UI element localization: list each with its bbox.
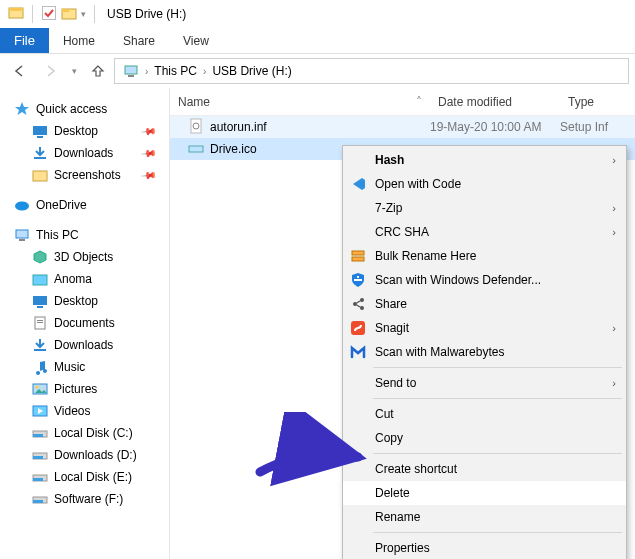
- tree-downloads[interactable]: Downloads 📌: [14, 142, 165, 164]
- tree-quick-access[interactable]: Quick access: [14, 98, 165, 120]
- window-title: USB Drive (H:): [107, 7, 186, 21]
- nav-recent-dropdown[interactable]: ▾: [66, 58, 82, 84]
- ctx-hash[interactable]: Hash›: [343, 148, 626, 172]
- tree-label: Pictures: [54, 382, 97, 396]
- vscode-icon: [349, 175, 367, 193]
- breadcrumb-chevron-icon[interactable]: ›: [201, 66, 208, 77]
- breadcrumb-usb-drive[interactable]: USB Drive (H:): [208, 64, 295, 78]
- qat-folder-icon[interactable]: [61, 5, 77, 24]
- tree-label: Downloads: [54, 146, 113, 160]
- svg-point-40: [360, 298, 364, 302]
- svg-rect-37: [357, 276, 359, 278]
- ribbon-share-tab[interactable]: Share: [109, 28, 169, 53]
- tree-desktop-2[interactable]: Desktop: [14, 290, 165, 312]
- context-menu: Hash› Open with Code 7-Zip› CRC SHA› Bul…: [342, 145, 627, 559]
- ico-file-icon: [188, 140, 204, 159]
- tree-documents[interactable]: Documents: [14, 312, 165, 334]
- ctx-create-shortcut[interactable]: Create shortcut: [343, 457, 626, 481]
- tree-label: Local Disk (C:): [54, 426, 133, 440]
- column-name[interactable]: Name˄: [170, 95, 430, 109]
- tree-onedrive[interactable]: OneDrive: [14, 194, 165, 216]
- tree-disk-e[interactable]: Local Disk (E:): [14, 466, 165, 488]
- ctx-malwarebytes[interactable]: Scan with Malwarebytes: [343, 340, 626, 364]
- music-icon: [32, 359, 48, 375]
- ctx-rename[interactable]: Rename: [343, 505, 626, 529]
- ctx-snagit[interactable]: Snagit›: [343, 316, 626, 340]
- ctx-properties[interactable]: Properties: [343, 536, 626, 559]
- navbar: ▾ › This PC › USB Drive (H:): [0, 54, 635, 88]
- file-date: 19-May-20 10:00 AM: [430, 120, 560, 134]
- column-type[interactable]: Type: [560, 95, 602, 109]
- svg-rect-38: [354, 279, 362, 281]
- column-date[interactable]: Date modified: [430, 95, 560, 109]
- svg-rect-20: [34, 349, 46, 351]
- ctx-cut[interactable]: Cut: [343, 402, 626, 426]
- nav-forward-button[interactable]: [36, 58, 64, 84]
- 3d-icon: [32, 249, 48, 265]
- svg-rect-35: [352, 251, 364, 255]
- svg-rect-18: [37, 320, 43, 321]
- ribbon-file-tab[interactable]: File: [0, 28, 49, 53]
- tree-pictures[interactable]: Pictures: [14, 378, 165, 400]
- svg-rect-9: [34, 157, 46, 159]
- pin-icon: 📌: [141, 123, 157, 139]
- tree-label: Desktop: [54, 124, 98, 138]
- svg-rect-36: [352, 257, 364, 261]
- ctx-crc-sha[interactable]: CRC SHA›: [343, 220, 626, 244]
- ctx-send-to[interactable]: Send to›: [343, 371, 626, 395]
- ctx-delete[interactable]: Delete: [343, 481, 626, 505]
- tree-desktop[interactable]: Desktop 📌: [14, 120, 165, 142]
- breadcrumb-pc-icon[interactable]: [119, 63, 143, 79]
- svg-rect-29: [33, 478, 43, 481]
- ribbon-home-tab[interactable]: Home: [49, 28, 109, 53]
- onedrive-icon: [14, 197, 30, 213]
- breadcrumb-chevron-icon[interactable]: ›: [143, 66, 150, 77]
- nav-up-button[interactable]: [84, 58, 112, 84]
- ctx-share[interactable]: Share: [343, 292, 626, 316]
- pc-icon: [14, 227, 30, 243]
- bulk-rename-icon: [349, 247, 367, 265]
- tree-disk-c[interactable]: Local Disk (C:): [14, 422, 165, 444]
- qat-checkbox-icon[interactable]: [41, 5, 57, 24]
- breadcrumb-this-pc[interactable]: This PC: [150, 64, 201, 78]
- svg-rect-2: [43, 6, 56, 19]
- tree-videos[interactable]: Videos: [14, 400, 165, 422]
- tree-label: Downloads (D:): [54, 448, 137, 462]
- tree-downloads-2[interactable]: Downloads: [14, 334, 165, 356]
- svg-point-11: [15, 202, 29, 211]
- file-type: Setup Inf: [560, 120, 608, 134]
- snagit-icon: [349, 319, 367, 337]
- pin-icon: 📌: [141, 145, 157, 161]
- tree-screenshots[interactable]: Screenshots 📌: [14, 164, 165, 186]
- file-row[interactable]: autorun.inf 19-May-20 10:00 AM Setup Inf: [170, 116, 635, 138]
- share-icon: [349, 295, 367, 313]
- chevron-right-icon: ›: [612, 202, 616, 214]
- nav-back-button[interactable]: [6, 58, 34, 84]
- tree-disk-d[interactable]: Downloads (D:): [14, 444, 165, 466]
- tree-label: Documents: [54, 316, 115, 330]
- qat-dropdown-icon[interactable]: ▾: [81, 9, 86, 19]
- address-bar[interactable]: › This PC › USB Drive (H:): [114, 58, 629, 84]
- tree-music[interactable]: Music: [14, 356, 165, 378]
- ctx-bulk-rename[interactable]: Bulk Rename Here: [343, 244, 626, 268]
- ctx-7zip[interactable]: 7-Zip›: [343, 196, 626, 220]
- tree-label: Software (F:): [54, 492, 123, 506]
- chevron-right-icon: ›: [612, 322, 616, 334]
- svg-rect-31: [33, 500, 43, 503]
- tree-anoma[interactable]: Anoma: [14, 268, 165, 290]
- drive-icon: [32, 425, 48, 441]
- tree-disk-f[interactable]: Software (F:): [14, 488, 165, 510]
- tree-3d-objects[interactable]: 3D Objects: [14, 246, 165, 268]
- svg-rect-12: [16, 230, 28, 238]
- system-menu-icon[interactable]: [8, 5, 24, 24]
- tree-label: Downloads: [54, 338, 113, 352]
- tree-label: Music: [54, 360, 85, 374]
- tree-this-pc[interactable]: This PC: [14, 224, 165, 246]
- ctx-open-with-code[interactable]: Open with Code: [343, 172, 626, 196]
- ctx-copy[interactable]: Copy: [343, 426, 626, 450]
- folder-icon: [32, 167, 48, 183]
- ribbon-view-tab[interactable]: View: [169, 28, 223, 53]
- desktop-icon: [32, 123, 48, 139]
- ctx-windows-defender[interactable]: Scan with Windows Defender...: [343, 268, 626, 292]
- svg-rect-6: [128, 75, 134, 77]
